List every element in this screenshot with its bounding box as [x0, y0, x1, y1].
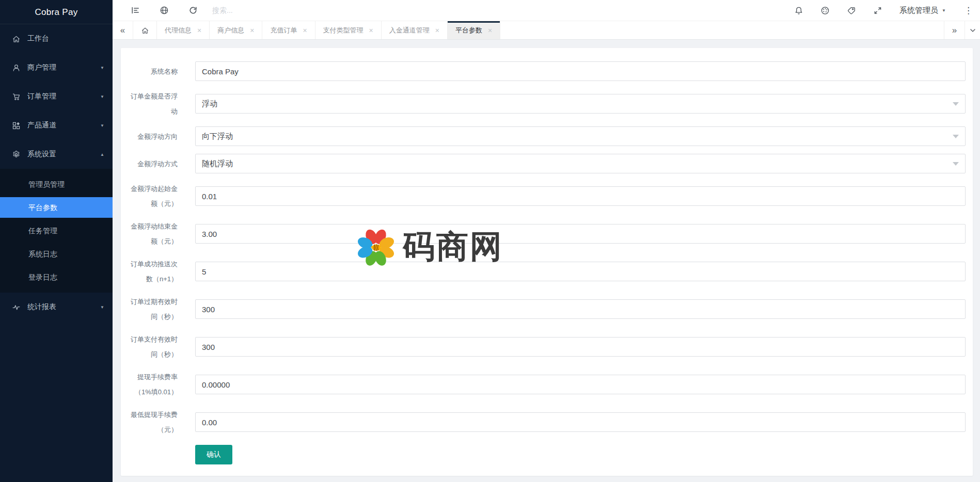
home-tab[interactable]	[133, 21, 157, 39]
field-label: 金额浮动方式	[128, 156, 178, 171]
text-field	[195, 299, 966, 319]
top-header: 系统管理员 ▼ ⋮	[113, 0, 980, 21]
grid-icon	[11, 121, 21, 130]
float-start-amount-input[interactable]	[195, 186, 966, 206]
form-row-withdraw-fee-rate: 提现手续费率（1%填0.01）	[128, 369, 966, 399]
field-label: 金额浮动起始金额（元）	[128, 181, 178, 211]
text-field	[195, 375, 966, 394]
select-field	[195, 126, 966, 146]
close-icon[interactable]: ×	[303, 27, 307, 34]
min-withdraw-fee-input[interactable]	[195, 412, 966, 432]
sidebar-subitem-task-management[interactable]: 任务管理	[0, 220, 113, 241]
field-label: 订单金额是否浮动	[128, 89, 178, 119]
float-direction-input[interactable]	[195, 126, 966, 146]
float-mode-input[interactable]	[195, 154, 966, 173]
refresh-icon[interactable]	[188, 6, 198, 15]
cart-icon	[11, 92, 21, 101]
form-row-float-direction: 金额浮动方向	[128, 126, 966, 146]
text-field	[195, 412, 966, 432]
globe-icon[interactable]	[160, 6, 169, 15]
field-label: 订单成功推送次数（n+1）	[128, 256, 178, 286]
sidebar-item-system-settings[interactable]: 系统设置▲	[0, 140, 113, 169]
sidebar-item-label: 产品通道	[27, 121, 56, 130]
close-icon[interactable]: ×	[435, 27, 439, 34]
form-row-min-withdraw-fee: 最低提现手续费（元）	[128, 407, 966, 437]
sidebar-item-reports[interactable]: 统计报表▼	[0, 293, 113, 322]
form-row-float-start-amount: 金额浮动起始金额（元）	[128, 181, 966, 211]
close-icon[interactable]: ×	[369, 27, 373, 34]
tab-label: 充值订单	[270, 26, 297, 35]
tab-label: 商户信息	[217, 26, 244, 35]
sidebar-submenu: 管理员管理平台参数任务管理系统日志登录日志	[0, 169, 113, 293]
push-count-input[interactable]	[195, 262, 966, 281]
tab-recharge-orders[interactable]: 充值订单×	[262, 21, 315, 39]
sidebar-subitem-system-logs[interactable]: 系统日志	[0, 244, 113, 264]
field-label: 金额浮动结束金额（元）	[128, 219, 178, 249]
confirm-button[interactable]: 确认	[195, 445, 232, 464]
form-row-system-name: 系统名称	[128, 61, 966, 81]
order-expire-seconds-input[interactable]	[195, 299, 966, 319]
tab-label: 入金通道管理	[389, 26, 430, 35]
form-row-push-count: 订单成功推送次数（n+1）	[128, 256, 966, 286]
tab-agent-info[interactable]: 代理信息×	[157, 21, 210, 39]
tab-bar: « 代理信息×商户信息×充值订单×支付类型管理×入金通道管理×平台参数× »	[113, 21, 980, 40]
sidebar-item-label: 订单管理	[27, 92, 56, 101]
order-pay-seconds-input[interactable]	[195, 337, 966, 357]
sidebar-item-product-channels[interactable]: 产品通道▼	[0, 111, 113, 140]
tab-deposit-channel-management[interactable]: 入金通道管理×	[382, 21, 448, 39]
field-label: 订单过期有效时间（秒）	[128, 294, 178, 324]
sidebar-item-label: 工作台	[27, 34, 49, 43]
user-label: 系统管理员	[899, 6, 938, 15]
fullscreen-icon[interactable]	[873, 6, 882, 15]
text-field	[195, 337, 966, 357]
settings-form-card: 系统名称订单金额是否浮动金额浮动方向金额浮动方式金额浮动起始金额（元）金额浮动结…	[121, 48, 973, 476]
sidebar-item-workbench[interactable]: 工作台	[0, 24, 113, 53]
tab-payment-type-management[interactable]: 支付类型管理×	[315, 21, 382, 39]
sidebar-item-label: 系统设置	[27, 150, 56, 159]
order-amount-float-input[interactable]	[195, 94, 966, 114]
main-area: 系统管理员 ▼ ⋮ « 代理信息×商户信息×充值订单×支付类型管理×入金通道管理…	[113, 0, 980, 482]
menu-fold-icon[interactable]	[131, 6, 140, 15]
sidebar-item-orders[interactable]: 订单管理▼	[0, 82, 113, 111]
chevron-down-icon: ▼	[942, 8, 946, 13]
sidebar: Cobra Pay 工作台商户管理▼订单管理▼产品通道▼系统设置▲管理员管理平台…	[0, 0, 113, 482]
pulse-icon	[11, 302, 21, 312]
close-icon[interactable]: ×	[488, 27, 492, 34]
tab-merchant-info[interactable]: 商户信息×	[210, 21, 262, 39]
form-row-order-pay-seconds: 订单支付有效时间（秒）	[128, 332, 966, 362]
chevron-down-icon: ▼	[100, 94, 104, 99]
theme-palette-icon[interactable]	[820, 6, 830, 15]
form-row-float-end-amount: 金额浮动结束金额（元）	[128, 219, 966, 249]
tag-icon[interactable]	[847, 6, 856, 15]
sidebar-item-label: 统计报表	[27, 302, 56, 312]
user-menu[interactable]: 系统管理员 ▼	[899, 6, 946, 15]
sidebar-subitem-platform-params[interactable]: 平台参数	[0, 197, 113, 218]
sidebar-item-merchants[interactable]: 商户管理▼	[0, 53, 113, 82]
tab-platform-params[interactable]: 平台参数×	[448, 21, 500, 39]
withdraw-fee-rate-input[interactable]	[195, 375, 966, 394]
gear-icon	[11, 150, 21, 159]
app-title: Cobra Pay	[0, 0, 113, 24]
tabs-scroll-right-button[interactable]: »	[944, 21, 965, 39]
user-icon	[11, 63, 21, 72]
sidebar-subitem-admin-management[interactable]: 管理员管理	[0, 174, 113, 195]
select-field	[195, 94, 966, 114]
form-row-float-mode: 金额浮动方式	[128, 154, 966, 173]
field-label: 订单支付有效时间（秒）	[128, 332, 178, 362]
tabs-menu-button[interactable]	[965, 21, 980, 39]
float-end-amount-input[interactable]	[195, 224, 966, 244]
search-input[interactable]	[212, 6, 346, 14]
sidebar-subitem-login-logs[interactable]: 登录日志	[0, 267, 113, 287]
close-icon[interactable]: ×	[250, 27, 254, 34]
more-options-icon[interactable]: ⋮	[963, 5, 974, 16]
chevron-up-icon: ▲	[100, 152, 104, 157]
sidebar-item-label: 商户管理	[27, 63, 56, 72]
close-icon[interactable]: ×	[197, 27, 201, 34]
sidebar-menu: 工作台商户管理▼订单管理▼产品通道▼系统设置▲管理员管理平台参数任务管理系统日志…	[0, 24, 113, 322]
tabs-scroll-left-button[interactable]: «	[113, 21, 133, 39]
text-field	[195, 262, 966, 281]
bell-icon[interactable]	[794, 6, 803, 15]
text-field	[195, 224, 966, 244]
system-name-input[interactable]	[195, 61, 966, 81]
tab-label: 代理信息	[165, 26, 192, 35]
